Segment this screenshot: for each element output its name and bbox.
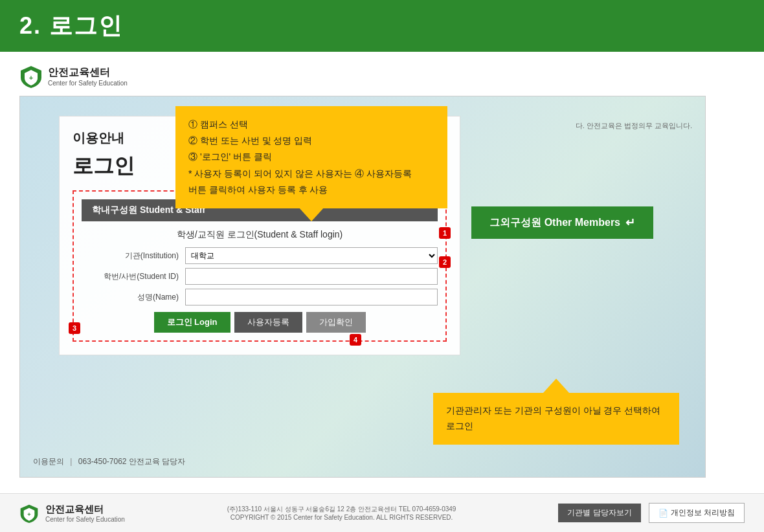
badge-3: 3	[69, 322, 80, 334]
login-section-title: 학생/교직원 로그인(Student & Staff login)	[82, 229, 438, 241]
screenshot-container: 다. 안전교육은 법정의무 교육입니다. ① 캠퍼스 선택 ② 학번 또는 사번…	[19, 96, 706, 478]
login-form-box: 1 학내구성원 Student & Staff 학생/교직원 로그인(Stude…	[73, 190, 447, 342]
page-title: 2. 로그인	[19, 10, 123, 42]
name-input[interactable]	[185, 289, 438, 305]
btn-row: 로그인 Login 사용자등록 가입확인	[82, 312, 438, 333]
student-id-row: 학번/사번(Student ID)	[82, 268, 438, 285]
footer-address: (주)133-110 서울시 성동구 서울숲6길 12 2층 안전교육센터 TE…	[227, 505, 456, 521]
logo-area: + 안전교육센터 Center for Safety Education	[19, 65, 745, 88]
svg-text:+: +	[29, 74, 33, 82]
institution-row: 기관(Institution) 대학교	[82, 247, 438, 264]
notice-text: 다. 안전교육은 법정의무 교육입니다.	[576, 121, 692, 131]
confirm-button[interactable]: 가입확인	[306, 312, 366, 333]
footer-logo-text-block: 안전교육센터 Center for Safety Education	[45, 504, 125, 523]
badge-1: 1	[439, 227, 451, 239]
main-content: + 안전교육센터 Center for Safety Education 다. …	[0, 52, 764, 493]
name-row: 성명(Name)	[82, 289, 438, 305]
badge-4: 4	[350, 334, 361, 346]
document-icon: 📄	[658, 509, 668, 518]
tooltip-bottom: 기관관리자 또는 기관의 구성원이 아닐 경우 선택하여 로그인	[433, 393, 679, 445]
badge-2: 2	[439, 256, 451, 268]
contact-info: 이용문의 | 063-450-7062 안전교육 담당자	[33, 456, 185, 467]
page-header: 2. 로그인	[0, 0, 764, 52]
contact-list-button[interactable]: 기관별 담당자보기	[558, 504, 640, 522]
login-button[interactable]: 로그인 Login	[154, 312, 230, 333]
shield-icon: +	[19, 65, 43, 88]
enter-icon: ↵	[625, 216, 635, 230]
privacy-policy-button[interactable]: 📄 개인정보 처리방침	[649, 503, 745, 523]
register-button[interactable]: 사용자등록	[234, 312, 302, 333]
institution-select[interactable]: 대학교	[185, 247, 438, 264]
student-id-input[interactable]	[185, 268, 438, 285]
footer-right: 기관별 담당자보기 📄 개인정보 처리방침	[558, 503, 745, 523]
footer: + 안전교육센터 Center for Safety Education (주)…	[0, 493, 764, 532]
footer-shield-icon: +	[19, 504, 39, 523]
logo-text: 안전교육센터 Center for Safety Education	[48, 66, 128, 87]
tooltip-top: ① 캠퍼스 선택 ② 학번 또는 사번 및 성명 입력 ③ '로그인' 버튼 클…	[175, 106, 447, 208]
svg-text:+: +	[27, 511, 30, 518]
footer-left: + 안전교육센터 Center for Safety Education	[19, 504, 125, 523]
other-members-button[interactable]: 그외구성원 Other Members ↵	[471, 206, 653, 239]
